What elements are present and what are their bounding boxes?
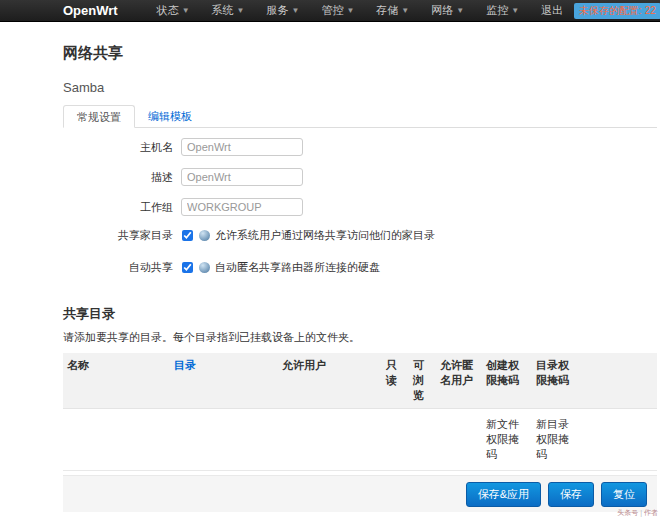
- help-icon: [199, 230, 210, 241]
- shares-section-description: 请添加要共享的目录。每个目录指到已挂载设备上的文件夹。: [63, 330, 657, 345]
- unsaved-changes-badge[interactable]: 未保存的配置: 22: [574, 3, 660, 19]
- nav-item-logout[interactable]: 退出: [530, 0, 574, 22]
- reset-button[interactable]: 复位: [601, 482, 647, 507]
- chevron-down-icon: ▼: [456, 6, 464, 15]
- shares-section-title: 共享目录: [63, 305, 657, 323]
- col-create-mask: 创建权限掩码: [482, 353, 532, 409]
- nav-item-storage[interactable]: 存储▼: [365, 0, 420, 22]
- nav-item-control[interactable]: 管控▼: [310, 0, 365, 22]
- footer-action-bar: 保存&应用 保存 复位: [63, 475, 657, 512]
- hostname-field[interactable]: [181, 138, 303, 156]
- help-icon: [199, 262, 210, 273]
- description-label: 描述: [63, 170, 181, 185]
- workgroup-label: 工作组: [63, 200, 181, 215]
- top-navbar: OpenWrt 状态▼ 系统▼ 服务▼ 管控▼ 存储▼ 网络▼ 监控▼ 退出 未…: [0, 0, 660, 22]
- tab-edit-template[interactable]: 编辑模板: [135, 105, 205, 127]
- table-subheader-row: 新文件权限掩码 新目录权限掩码: [63, 409, 657, 471]
- watermark: 头条号 | 作者: [617, 508, 658, 518]
- save-apply-button[interactable]: 保存&应用: [466, 482, 541, 507]
- description-field[interactable]: [181, 168, 303, 186]
- table-header-row: 名称 目录 允许用户 只读 可浏览 允许匿名用户 创建权限掩码 目录权限掩码: [63, 353, 657, 409]
- col-path[interactable]: 目录: [170, 353, 278, 409]
- col-browseable: 可浏览: [409, 353, 436, 409]
- chevron-down-icon: ▼: [182, 6, 190, 15]
- chevron-down-icon: ▼: [511, 6, 519, 15]
- create-mask-subheader: 新文件权限掩码: [482, 409, 532, 471]
- col-dir-mask: 目录权限掩码: [532, 353, 581, 409]
- nav-item-monitor[interactable]: 监控▼: [475, 0, 530, 22]
- share-home-hint: 允许系统用户通过网络共享访问他们的家目录: [215, 228, 435, 243]
- share-home-checkbox[interactable]: [182, 230, 193, 241]
- hostname-label: 主机名: [63, 140, 181, 155]
- chevron-down-icon: ▼: [237, 6, 245, 15]
- col-actions: [581, 353, 657, 409]
- nav-item-status[interactable]: 状态▼: [146, 0, 201, 22]
- section-subtitle: Samba: [63, 80, 657, 95]
- col-readonly: 只读: [382, 353, 409, 409]
- auto-share-checkbox[interactable]: [182, 262, 193, 273]
- nav-item-services[interactable]: 服务▼: [256, 0, 311, 22]
- tab-bar: 常规设置 编辑模板: [63, 105, 657, 128]
- nav-item-system[interactable]: 系统▼: [201, 0, 256, 22]
- chevron-down-icon: ▼: [346, 6, 354, 15]
- general-settings-form: 主机名 描述 工作组 共享家目录 允许系统用户通过网络共享访问他们的家目录: [63, 138, 657, 275]
- nav-item-network[interactable]: 网络▼: [420, 0, 475, 22]
- page-title: 网络共享: [63, 22, 657, 63]
- brand-logo: OpenWrt: [63, 3, 118, 18]
- tab-general-settings[interactable]: 常规设置: [63, 105, 135, 128]
- col-allowed-users: 允许用户: [278, 353, 382, 409]
- col-allow-anonymous: 允许匿名用户: [436, 353, 482, 409]
- save-button[interactable]: 保存: [548, 482, 594, 507]
- auto-share-label: 自动共享: [63, 260, 181, 275]
- chevron-down-icon: ▼: [292, 6, 300, 15]
- dir-mask-subheader: 新目录权限掩码: [532, 409, 581, 471]
- auto-share-hint: 自动匿名共享路由器所连接的硬盘: [215, 260, 380, 275]
- main-content: 网络共享 Samba 常规设置 编辑模板 主机名 描述 工作组: [0, 22, 660, 518]
- chevron-down-icon: ▼: [401, 6, 409, 15]
- samba-settings-page: OpenWrt 状态▼ 系统▼ 服务▼ 管控▼ 存储▼ 网络▼ 监控▼ 退出 未…: [0, 0, 660, 518]
- workgroup-field[interactable]: [181, 198, 303, 216]
- share-home-label: 共享家目录: [63, 228, 181, 243]
- col-name: 名称: [63, 353, 170, 409]
